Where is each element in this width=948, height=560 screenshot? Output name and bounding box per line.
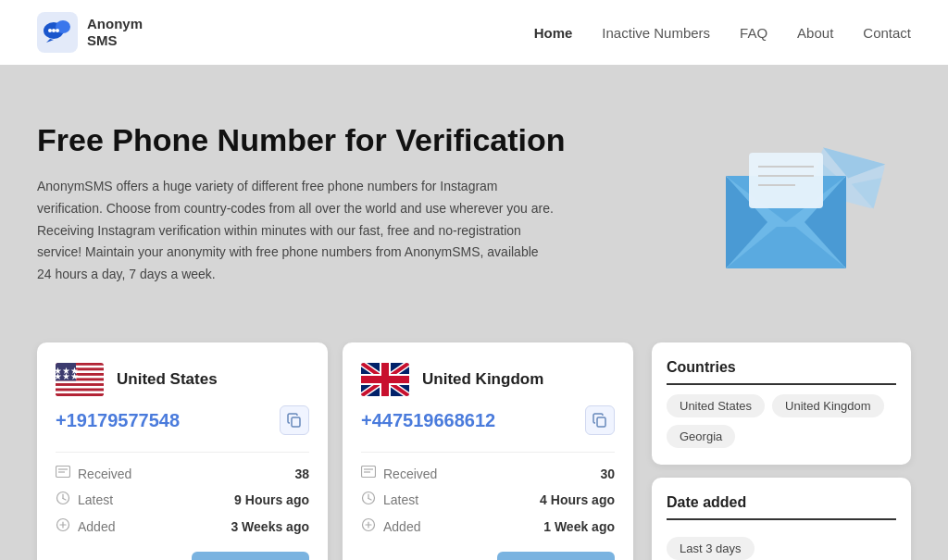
us-latest-value: 9 Hours ago — [234, 492, 309, 507]
nav-about[interactable]: About — [797, 25, 833, 41]
logo[interactable]: Anonym SMS — [37, 12, 143, 53]
uk-flag — [361, 363, 409, 396]
countries-title: Countries — [667, 359, 896, 385]
uk-latest-icon — [361, 491, 376, 508]
envelope-illustration — [707, 111, 911, 296]
main-content: ★★★ ★★★ United States +19179577548 — [0, 333, 948, 560]
us-flag: ★★★ ★★★ — [56, 363, 104, 396]
svg-rect-53 — [361, 376, 409, 383]
uk-received-icon — [361, 466, 376, 481]
hero-description: AnonymSMS offers a huge variety of diffe… — [37, 176, 555, 286]
uk-added-label: Added — [383, 519, 420, 534]
uk-added-icon — [361, 517, 376, 535]
svg-text:★★★: ★★★ — [56, 371, 79, 381]
us-received-value: 38 — [294, 467, 309, 481]
uk-received-label: Received — [383, 467, 437, 481]
us-added-label: Added — [78, 519, 115, 534]
svg-rect-31 — [56, 393, 104, 396]
country-tags: United States United Kingdom Georgia — [667, 394, 896, 448]
svg-rect-27 — [56, 383, 104, 386]
uk-latest-row: Latest 4 Hours ago — [361, 491, 615, 508]
date-filter-last3days[interactable]: Last 3 days — [667, 537, 755, 560]
countries-section: Countries United States United Kingdom G… — [652, 342, 911, 465]
card-header-us: ★★★ ★★★ United States — [56, 363, 309, 396]
uk-latest-value: 4 Hours ago — [540, 492, 615, 507]
uk-latest-label: Latest — [383, 492, 418, 507]
uk-receive-sms-button[interactable]: Receive SMS — [497, 552, 615, 560]
country-tag-us[interactable]: United States — [667, 394, 765, 417]
nav-contact[interactable]: Contact — [863, 25, 911, 41]
nav-inactive-numbers[interactable]: Inactive Numbers — [602, 25, 710, 41]
nav: Home Inactive Numbers FAQ About Contact — [534, 25, 911, 41]
us-phone-card: ★★★ ★★★ United States +19179577548 — [37, 342, 328, 560]
svg-rect-28 — [56, 386, 104, 389]
uk-added-value: 1 Week ago — [543, 519, 615, 534]
hero-text: Free Phone Number for Verification Anony… — [37, 121, 566, 286]
svg-rect-35 — [292, 417, 300, 427]
us-stats: Received 38 Latest — [56, 466, 309, 535]
us-receive-sms-button[interactable]: Receive SMS — [192, 552, 309, 560]
phone-cards: ★★★ ★★★ United States +19179577548 — [37, 342, 633, 560]
hero-section: Free Phone Number for Verification Anony… — [0, 65, 948, 333]
us-latest-label: Latest — [78, 492, 113, 507]
sidebar: Countries United States United Kingdom G… — [652, 342, 911, 560]
svg-line-41 — [63, 499, 66, 501]
uk-phone-card: United Kingdom +447519668612 — [343, 342, 633, 560]
hero-title: Free Phone Number for Verification — [37, 121, 566, 159]
uk-card-footer: Receive SMS — [361, 552, 615, 560]
uk-stats: Received 30 Latest — [361, 466, 615, 535]
country-tag-uk[interactable]: United Kingdom — [772, 394, 884, 417]
logo-text: Anonym SMS — [87, 16, 143, 49]
svg-rect-54 — [597, 417, 605, 427]
nav-faq[interactable]: FAQ — [740, 25, 767, 41]
card-header-uk: United Kingdom — [361, 363, 615, 396]
us-card-footer: Receive SMS — [56, 552, 309, 560]
country-tag-georgia[interactable]: Georgia — [667, 425, 735, 448]
svg-rect-30 — [56, 391, 104, 393]
us-received-label: Received — [78, 467, 131, 481]
header: Anonym SMS Home Inactive Numbers FAQ Abo… — [0, 0, 948, 65]
uk-copy-button[interactable] — [585, 405, 615, 435]
uk-received-value: 30 — [600, 467, 615, 481]
svg-point-4 — [52, 29, 56, 32]
uk-added-row: Added 1 Week ago — [361, 517, 615, 535]
nav-home[interactable]: Home — [534, 25, 573, 41]
us-phone-row: +19179577548 — [56, 405, 309, 435]
us-phone-number: +19179577548 — [56, 410, 180, 431]
us-added-row: Added 3 Weeks ago — [56, 517, 309, 535]
us-copy-button[interactable] — [280, 405, 309, 435]
date-added-title: Date added — [667, 494, 896, 520]
added-icon — [56, 517, 70, 535]
us-latest-row: Latest 9 Hours ago — [56, 491, 309, 508]
received-icon — [56, 466, 70, 481]
uk-received-row: Received 30 — [361, 466, 615, 481]
uk-phone-row: +447519668612 — [361, 405, 615, 435]
svg-point-5 — [56, 29, 59, 32]
uk-phone-number: +447519668612 — [361, 410, 495, 431]
date-added-section: Date added Last 3 days — [652, 478, 911, 560]
svg-line-60 — [368, 499, 371, 501]
us-received-row: Received 38 — [56, 466, 309, 481]
uk-country-name: United Kingdom — [422, 370, 543, 389]
svg-rect-29 — [56, 389, 104, 392]
svg-point-3 — [48, 29, 52, 32]
latest-icon — [56, 491, 70, 508]
us-added-value: 3 Weeks ago — [231, 519, 309, 534]
logo-icon — [37, 12, 78, 53]
svg-rect-15 — [749, 153, 823, 208]
hero-image — [707, 111, 911, 296]
us-country-name: United States — [117, 370, 218, 389]
